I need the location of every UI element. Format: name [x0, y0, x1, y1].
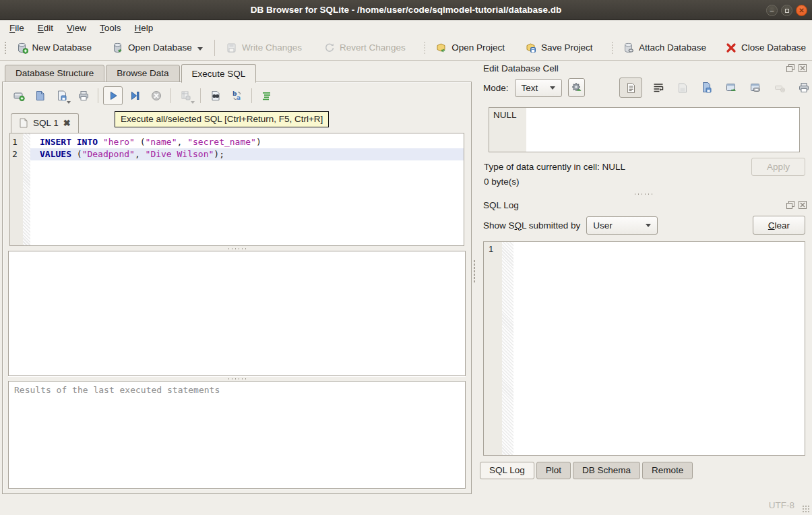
menu-edit[interactable]: Edit	[31, 22, 60, 34]
close-window-icon[interactable]: ✕	[796, 5, 807, 16]
sql-toolbar-separator	[98, 88, 98, 103]
tab-database-structure[interactable]: Database Structure	[5, 65, 104, 82]
save-sql-icon	[56, 90, 68, 102]
right-pane: Edit Database Cell Mode: Text	[475, 61, 812, 495]
open-database-button[interactable]: Open Database	[106, 39, 209, 57]
horizontal-splitter[interactable]	[3, 376, 471, 381]
sql-code-editor[interactable]: 12 INSERT INTO "hero" ("name", "secret_n…	[9, 133, 464, 246]
clear-button[interactable]: Clear	[753, 216, 805, 235]
edit-cell-title: Edit Database Cell	[483, 63, 559, 73]
minimize-icon[interactable]: –	[766, 5, 778, 16]
close-panel-icon[interactable]	[798, 200, 807, 210]
vertical-splitter[interactable]	[473, 260, 476, 282]
print-cell-button[interactable]	[796, 80, 812, 96]
execute-tooltip: Execute all/selected SQL [Ctrl+Return, F…	[115, 111, 329, 127]
code-line[interactable]: INSERT INTO "hero" ("name", "secret_name…	[30, 136, 464, 148]
open-project-button[interactable]: Open Project	[429, 39, 511, 57]
revert-changes-label: Revert Changes	[340, 42, 406, 53]
mode-value: Text	[522, 83, 538, 93]
link-cell-icon	[749, 82, 761, 94]
save-results-dropdown-caret	[191, 101, 195, 104]
cell-value: NULL	[493, 110, 517, 120]
toolbar-drag-handle[interactable]	[4, 41, 6, 55]
close-database-button[interactable]: Close Database	[719, 39, 812, 57]
open-cell-file-button	[675, 80, 691, 96]
log-line-number: 1	[489, 244, 493, 254]
open-sql-file-button[interactable]	[30, 86, 50, 105]
text-mode-icon	[625, 82, 637, 94]
save-project-button[interactable]: Save Project	[519, 39, 599, 57]
dock-tab-plot[interactable]: Plot	[536, 462, 571, 479]
export-cell-button[interactable]	[723, 80, 739, 96]
cell-size-info: 0 byte(s)	[484, 177, 812, 187]
dock-tab-sql-log[interactable]: SQL Log	[480, 462, 534, 479]
maximize-icon[interactable]	[781, 5, 792, 16]
log-content[interactable]	[513, 242, 805, 455]
statusbar: UTF-8	[0, 495, 812, 515]
dock-tab-remote[interactable]: Remote	[642, 462, 693, 479]
cell-value-editor[interactable]: NULL	[489, 107, 800, 152]
mode-select[interactable]: Text	[515, 79, 563, 97]
menu-view[interactable]: View	[60, 22, 93, 34]
save-sql-dropdown-caret[interactable]	[67, 101, 71, 104]
chevron-down-icon	[646, 224, 651, 227]
toolbar-drag-handle[interactable]	[424, 41, 426, 55]
close-database-icon	[725, 42, 737, 54]
filter-value: User	[593, 220, 613, 231]
find-button[interactable]	[206, 86, 225, 105]
replace-button[interactable]: ba	[227, 86, 247, 105]
execute-all-button[interactable]	[103, 86, 123, 105]
main-tabbar: Database Structure Browse Data Execute S…	[0, 61, 474, 82]
print-icon	[77, 90, 90, 102]
tab-execute-sql[interactable]: Execute SQL	[181, 64, 257, 83]
open-external-button[interactable]	[747, 80, 763, 96]
svg-text:a: a	[237, 94, 241, 101]
resize-grip[interactable]	[802, 505, 811, 514]
sql-log-header: SQL Log	[475, 198, 812, 212]
sql-subtabs: SQL 1 ✖ Execute all/selected SQL [Ctrl+R…	[3, 109, 471, 133]
toolbar-drag-handle[interactable]	[611, 41, 613, 55]
save-project-icon	[525, 42, 537, 54]
stop-icon	[150, 90, 162, 102]
execute-line-button[interactable]	[125, 86, 144, 105]
menu-tools[interactable]: Tools	[93, 22, 128, 34]
open-database-dropdown-caret[interactable]	[197, 47, 203, 51]
code-line[interactable]: VALUES ("Deadpond", "Dive Wilson");	[30, 148, 464, 160]
tab-browse-data[interactable]: Browse Data	[106, 65, 179, 82]
stop-button	[146, 86, 166, 105]
main-toolbar: New Database Open Database Write Changes…	[0, 35, 812, 61]
sql-toolbar-separator	[170, 88, 171, 103]
menu-help[interactable]: Help	[128, 22, 160, 34]
float-panel-icon[interactable]	[786, 63, 795, 73]
results-message-panel: Results of the last executed statements	[8, 381, 466, 489]
sql-toolbar: ba	[3, 82, 471, 109]
apply-cell-changes-button[interactable]	[568, 78, 585, 97]
import-cell-icon	[701, 82, 713, 94]
new-sql-tab-button[interactable]	[9, 86, 28, 105]
print-sql-button[interactable]	[73, 86, 93, 105]
revert-changes-icon	[323, 42, 336, 54]
sql-tab[interactable]: SQL 1 ✖	[11, 113, 79, 133]
format-sql-button[interactable]	[257, 86, 276, 105]
horizontal-splitter[interactable]	[3, 246, 471, 251]
left-pane: Database Structure Browse Data Execute S…	[0, 61, 474, 495]
cell-value-content[interactable]	[526, 108, 799, 152]
close-tab-icon[interactable]: ✖	[63, 118, 71, 128]
menu-file[interactable]: File	[3, 22, 31, 34]
close-panel-icon[interactable]	[798, 63, 807, 73]
filter-select[interactable]: User	[586, 216, 658, 235]
results-grid-panel	[8, 251, 466, 376]
dock-tab-db-schema[interactable]: DB Schema	[573, 462, 640, 479]
sql-log-area[interactable]: 1	[483, 241, 805, 456]
open-database-icon	[112, 42, 124, 54]
word-wrap-button[interactable]	[650, 80, 666, 96]
code-lines[interactable]: INSERT INTO "hero" ("name", "secret_name…	[30, 133, 464, 245]
attach-database-button[interactable]: Attach Database	[617, 39, 712, 57]
replace-icon: ba	[231, 90, 243, 102]
text-mode-button[interactable]	[619, 78, 642, 98]
dock-splitter[interactable]	[475, 191, 812, 198]
float-panel-icon[interactable]	[786, 200, 795, 210]
import-cell-button[interactable]	[699, 80, 715, 96]
new-database-button[interactable]: New Database	[10, 39, 98, 57]
save-sql-file-button[interactable]	[52, 86, 71, 105]
